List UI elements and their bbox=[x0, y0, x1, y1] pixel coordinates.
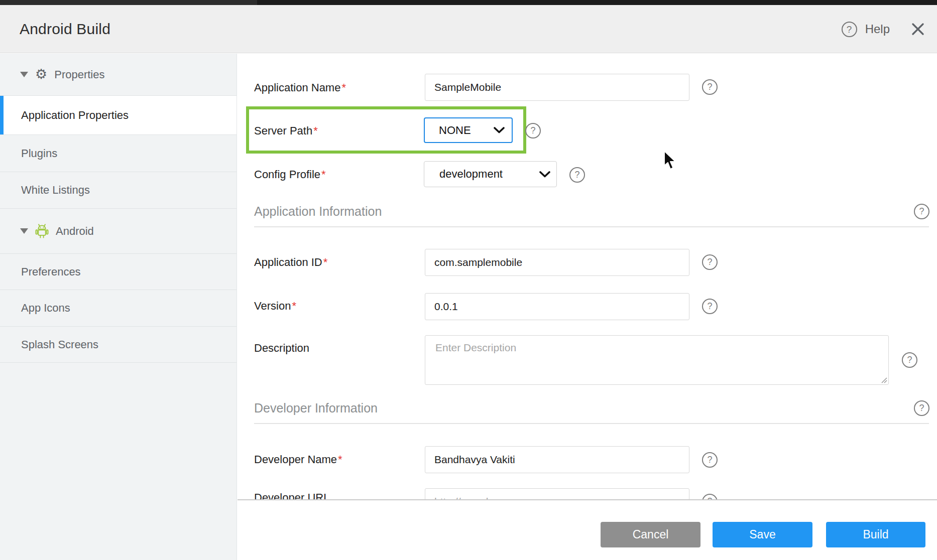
chevron-down-icon bbox=[539, 171, 550, 178]
sidebar-item-app-icons[interactable]: App Icons bbox=[0, 290, 237, 327]
developer-url-input[interactable] bbox=[425, 488, 689, 500]
required-asterisk: * bbox=[321, 168, 326, 181]
cancel-button[interactable]: Cancel bbox=[601, 522, 700, 547]
application-information-help-icon[interactable]: ? bbox=[914, 204, 929, 219]
required-asterisk: * bbox=[313, 124, 318, 137]
sidebar-item-label: Plugins bbox=[21, 147, 57, 160]
active-indicator bbox=[0, 96, 4, 134]
sidebar-item-preferences[interactable]: Preferences bbox=[0, 254, 237, 290]
developer-name-help-icon[interactable]: ? bbox=[702, 452, 718, 468]
application-name-input[interactable] bbox=[425, 74, 689, 101]
config-profile-selected-value: development bbox=[439, 168, 503, 181]
required-asterisk: * bbox=[338, 453, 342, 466]
server-path-selected-value: NONE bbox=[439, 124, 471, 137]
config-profile-label: Config Profile* bbox=[254, 168, 326, 181]
sidebar-item-label: Preferences bbox=[21, 265, 81, 278]
sidebar-item-label: Properties bbox=[54, 68, 104, 81]
developer-name-input[interactable] bbox=[425, 446, 689, 473]
sidebar-item-label: Application Properties bbox=[21, 109, 129, 122]
developer-url-label: Developer URL bbox=[254, 491, 329, 500]
save-button[interactable]: Save bbox=[713, 522, 812, 547]
developer-name-label: Developer Name* bbox=[254, 453, 342, 466]
caret-down-icon bbox=[20, 72, 28, 77]
application-name-help-icon[interactable]: ? bbox=[702, 79, 718, 95]
sidebar-item-label: Android bbox=[56, 225, 94, 238]
server-path-help-icon[interactable]: ? bbox=[525, 123, 541, 138]
content-bottom-divider bbox=[238, 499, 937, 500]
sidebar-item-label: App Icons bbox=[21, 302, 70, 315]
server-path-select[interactable]: NONE bbox=[424, 117, 513, 143]
caret-down-icon bbox=[20, 228, 28, 234]
sidebar-item-splash-screens[interactable]: Splash Screens bbox=[0, 327, 237, 363]
window-top-strip bbox=[0, 0, 937, 5]
help-link[interactable]: Help bbox=[865, 22, 890, 36]
description-label: Description bbox=[254, 342, 309, 355]
version-input[interactable] bbox=[425, 293, 689, 320]
sidebar-group-properties[interactable]: ⚙ Properties bbox=[0, 54, 237, 96]
dialog-title: Android Build bbox=[0, 21, 110, 38]
required-asterisk: * bbox=[323, 256, 328, 268]
version-help-icon[interactable]: ? bbox=[702, 299, 718, 314]
sidebar-item-plugins[interactable]: Plugins bbox=[0, 135, 237, 172]
sidebar-item-label: Splash Screens bbox=[21, 338, 98, 351]
android-build-dialog: Android Build ? Help ⚙ Properties Applic… bbox=[0, 0, 937, 560]
application-information-heading: Application Information bbox=[254, 204, 382, 219]
section-divider bbox=[254, 423, 929, 424]
sidebar-item-application-properties[interactable]: Application Properties bbox=[0, 96, 237, 135]
description-textarea[interactable] bbox=[425, 335, 889, 385]
build-button[interactable]: Build bbox=[826, 522, 925, 547]
developer-information-help-icon[interactable]: ? bbox=[914, 400, 929, 416]
config-profile-select[interactable]: development bbox=[424, 161, 557, 187]
application-id-input[interactable] bbox=[425, 249, 689, 276]
help-icon[interactable]: ? bbox=[842, 22, 857, 37]
application-name-label: Application Name* bbox=[254, 81, 346, 94]
chevron-down-icon bbox=[494, 127, 505, 133]
application-id-help-icon[interactable]: ? bbox=[702, 254, 718, 270]
required-asterisk: * bbox=[341, 81, 346, 94]
form-scroll-area: Application Name* ? Server Path* NONE ? … bbox=[238, 54, 937, 500]
application-id-label: Application ID* bbox=[254, 256, 327, 269]
sidebar-group-android[interactable]: Android bbox=[0, 209, 237, 254]
section-divider bbox=[254, 226, 929, 227]
developer-information-heading: Developer Information bbox=[254, 401, 378, 415]
sidebar-item-label: White Listings bbox=[21, 184, 90, 197]
description-help-icon[interactable]: ? bbox=[902, 352, 917, 368]
android-icon bbox=[35, 224, 49, 238]
config-profile-help-icon[interactable]: ? bbox=[569, 167, 585, 183]
required-asterisk: * bbox=[292, 300, 296, 312]
server-path-label: Server Path* bbox=[254, 124, 318, 137]
dialog-header: Android Build ? Help bbox=[0, 5, 937, 53]
close-icon[interactable] bbox=[911, 22, 925, 36]
sidebar: ⚙ Properties Application Properties Plug… bbox=[0, 54, 237, 560]
sidebar-item-white-listings[interactable]: White Listings bbox=[0, 172, 237, 209]
gear-icon: ⚙ bbox=[35, 68, 47, 81]
version-label: Version* bbox=[254, 300, 296, 313]
